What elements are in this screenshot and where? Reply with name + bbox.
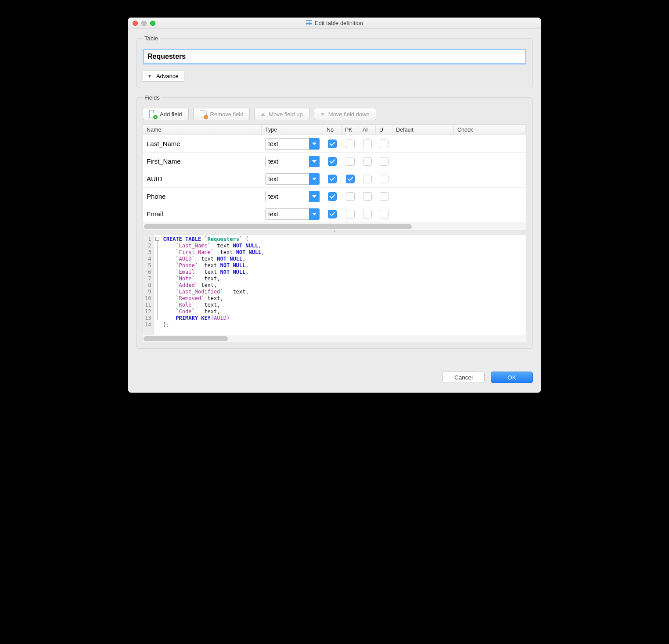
dialog-footer: Cancel OK [128,363,541,393]
ai-checkbox[interactable] [363,157,372,166]
table-section-label: Table [143,35,160,42]
table-row[interactable]: Last_Nametext [143,135,526,153]
fold-toggle-icon[interactable]: − [155,237,159,241]
move-field-down-button[interactable]: Move field down [314,108,376,120]
chevron-down-icon [309,138,320,150]
pk-checkbox[interactable] [346,140,355,148]
field-name[interactable]: Last_Name [143,136,262,151]
field-name[interactable]: First_Name [143,154,262,168]
window-title: Edit table definition [315,20,363,26]
field-type-select[interactable]: text [265,156,320,167]
default-cell[interactable] [392,154,454,168]
dialog-window: Edit table definition Table ▼ Advance Fi… [128,18,541,393]
page-remove-icon: − [200,110,207,118]
unique-checkbox[interactable] [380,210,388,218]
sql-horizontal-scrollbar[interactable] [143,335,526,342]
check-cell[interactable] [454,136,526,151]
move-field-up-button[interactable]: Move field up [254,108,309,120]
check-cell[interactable] [454,189,526,204]
ai-checkbox[interactable] [363,192,372,201]
table-name-input[interactable] [145,51,524,62]
chevron-down-icon [309,156,320,167]
pk-checkbox[interactable] [346,192,355,201]
field-name[interactable]: Email [143,207,262,221]
ai-checkbox[interactable] [363,140,372,148]
add-field-button[interactable]: + Add field [143,108,189,120]
advance-toggle-button[interactable]: ▼ Advance [143,71,184,82]
chevron-down-icon [309,173,320,185]
line-number-gutter: 1234567891011121314 [143,235,154,335]
sql-code[interactable]: CREATE TABLE `Requesters` ( `Last_Name` … [160,235,526,335]
zoom-window-icon[interactable] [150,21,155,26]
grid-horizontal-scrollbar[interactable] [143,223,526,230]
fields-section: Fields + Add field − Remove field Move f… [136,94,533,349]
unique-checkbox[interactable] [380,140,388,148]
page-add-icon: + [149,110,156,118]
fields-grid: Name Type No PK AI U Default Check Last_… [143,125,526,230]
ai-checkbox[interactable] [363,210,372,218]
check-cell[interactable] [454,172,526,186]
col-check[interactable]: Check [454,125,526,135]
table-row[interactable]: First_Nametext [143,153,526,170]
field-type-select[interactable]: text [265,138,320,150]
triangle-down-icon [320,113,325,116]
default-cell[interactable] [392,207,454,221]
notnull-checkbox[interactable] [328,210,337,218]
advance-label: Advance [156,73,179,79]
check-cell[interactable] [454,154,526,168]
notnull-checkbox[interactable] [328,140,337,148]
field-type-select[interactable]: text [265,191,320,202]
fold-gutter[interactable]: − [154,235,160,335]
grid-header: Name Type No PK AI U Default Check [143,125,526,135]
field-name[interactable]: AUID [143,172,262,186]
notnull-checkbox[interactable] [328,157,337,166]
col-notnull[interactable]: No [323,125,342,135]
col-name[interactable]: Name [143,125,262,135]
move-down-label: Move field down [328,111,370,118]
triangle-up-icon [261,113,265,116]
close-window-icon[interactable] [133,21,138,26]
field-name[interactable]: Phone [143,189,262,204]
notnull-checkbox[interactable] [328,192,337,201]
remove-field-button[interactable]: − Remove field [193,108,250,120]
cancel-button[interactable]: Cancel [442,372,485,383]
pk-checkbox[interactable] [346,157,355,166]
minimize-window-icon[interactable] [141,21,147,26]
ai-checkbox[interactable] [363,175,372,183]
move-up-label: Move field up [269,111,302,118]
table-row[interactable]: Phonetext [143,188,526,205]
notnull-checkbox[interactable] [328,175,337,183]
window-controls [128,21,155,26]
chevron-down-icon [309,191,320,202]
fields-toolbar: + Add field − Remove field Move field up… [143,108,526,120]
default-cell[interactable] [392,136,454,151]
table-row[interactable]: AUIDtext [143,170,526,188]
remove-field-label: Remove field [210,111,244,118]
fields-section-label: Fields [143,94,162,101]
default-cell[interactable] [392,189,454,204]
check-cell[interactable] [454,207,526,221]
chevron-down-icon [309,208,320,220]
unique-checkbox[interactable] [380,175,388,183]
col-pk[interactable]: PK [342,125,359,135]
col-ai[interactable]: AI [359,125,376,135]
ok-button[interactable]: OK [491,372,533,383]
table-section: Table ▼ Advance [136,35,533,88]
unique-checkbox[interactable] [380,157,388,166]
col-default[interactable]: Default [392,125,454,135]
field-type-select[interactable]: text [265,173,320,185]
table-row[interactable]: Emailtext [143,205,526,223]
chevron-down-icon: ▼ [147,74,152,79]
unique-checkbox[interactable] [380,192,388,201]
pk-checkbox[interactable] [346,210,355,218]
add-field-label: Add field [160,111,182,118]
default-cell[interactable] [392,172,454,186]
table-icon [306,20,312,26]
splitter-handle[interactable]: • [143,230,526,235]
titlebar: Edit table definition [128,18,541,29]
field-type-select[interactable]: text [265,208,320,220]
col-type[interactable]: Type [262,125,323,135]
sql-preview: 1234567891011121314 − CREATE TABLE `Requ… [143,235,526,336]
pk-checkbox[interactable] [346,175,355,183]
col-unique[interactable]: U [376,125,392,135]
